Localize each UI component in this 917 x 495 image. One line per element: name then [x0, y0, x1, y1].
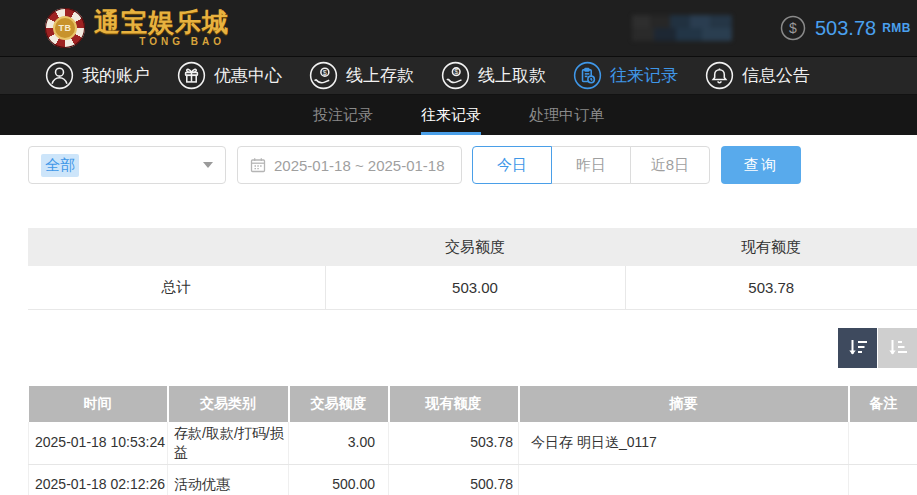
tab-betting-records[interactable]: 投注记录	[313, 95, 373, 135]
header-right: $ 503.78 RMB	[632, 15, 911, 41]
summary-trade-amount-value: 503.00	[325, 266, 625, 309]
svg-text:$: $	[454, 67, 458, 76]
summary-table: 交易额度 现有额度 总计 503.00 503.78	[28, 228, 917, 310]
poker-chip-icon: TB	[45, 8, 85, 48]
table-row: 2025-01-18 10:53:24 存款/取款/打码/损益 3.00 503…	[29, 422, 917, 465]
nav-item-my-account[interactable]: 我的账户	[45, 61, 150, 90]
nav-item-transaction-records[interactable]: 往来记录	[573, 61, 678, 90]
records-header-type: 交易类别	[168, 386, 289, 422]
withdraw-hand-coin-icon: $	[441, 61, 470, 90]
nav-item-withdraw[interactable]: $ 线上取款	[441, 61, 546, 90]
summary-current-amount-value: 503.78	[625, 266, 917, 309]
summary-total-label: 总计	[28, 266, 325, 309]
deposit-hand-coin-icon: $	[309, 61, 338, 90]
user-icon	[45, 61, 74, 90]
cell-balance: 503.78	[389, 422, 519, 465]
tab-pending-orders[interactable]: 处理中订单	[529, 95, 604, 135]
cell-balance: 500.78	[389, 464, 519, 495]
nav-item-announcements[interactable]: 信息公告	[705, 61, 810, 90]
tab-transaction-records[interactable]: 往来记录	[421, 95, 481, 135]
chip-label: TB	[53, 16, 77, 40]
sort-toolbar	[0, 328, 917, 368]
records-header-balance: 现有额度	[389, 386, 519, 422]
cell-note	[849, 464, 917, 495]
date-range-value: 2025-01-18 ~ 2025-01-18	[274, 157, 445, 174]
nav-item-deposit[interactable]: $ 线上存款	[309, 61, 414, 90]
quick-date-group: 今日 昨日 近8日	[472, 146, 710, 184]
bell-icon	[705, 61, 734, 90]
nav-item-label: 信息公告	[742, 64, 810, 87]
cell-time: 2025-01-18 02:12:26	[29, 464, 168, 495]
today-button[interactable]: 今日	[472, 146, 552, 184]
cell-amount: 500.00	[289, 464, 389, 495]
records-table: 时间 交易类别 交易额度 现有额度 摘要 备注 2025-01-18 10:53…	[28, 386, 917, 495]
records-header-amount: 交易额度	[289, 386, 389, 422]
records-header-time: 时间	[29, 386, 168, 422]
last-8-days-button[interactable]: 近8日	[630, 146, 710, 184]
cell-summary: 今日存 明日送_0117	[519, 422, 849, 465]
svg-text:$: $	[789, 20, 797, 36]
filter-bar: 全部 2025-01-18 ~ 2025-01-18 今日 昨日 近8日 查询	[28, 146, 917, 184]
summary-total-row: 总计 503.00 503.78	[28, 266, 917, 309]
cell-time: 2025-01-18 10:53:24	[29, 422, 168, 465]
calendar-icon	[250, 157, 266, 173]
nav-item-promotions[interactable]: 优惠中心	[177, 61, 282, 90]
nav-item-label: 线上存款	[346, 64, 414, 87]
nav-item-label: 往来记录	[610, 64, 678, 87]
cell-summary	[519, 464, 849, 495]
search-button[interactable]: 查询	[721, 146, 801, 184]
records-header-summary: 摘要	[519, 386, 849, 422]
records-header-note: 备注	[849, 386, 917, 422]
main-navigation: 我的账户 优惠中心 $ 线上存款 $ 线上取款 往来记录	[0, 57, 917, 95]
balance-currency: RMB	[882, 21, 911, 35]
records-clipboard-icon	[573, 61, 602, 90]
nav-item-label: 线上取款	[478, 64, 546, 87]
sort-amount-asc-icon[interactable]	[878, 328, 917, 368]
top-header: TB 通宝娱乐城 TONG BAO $ 503.78 RMB	[0, 0, 917, 57]
date-range-input[interactable]: 2025-01-18 ~ 2025-01-18	[237, 146, 462, 184]
type-select[interactable]: 全部	[28, 146, 226, 184]
nav-item-label: 优惠中心	[214, 64, 282, 87]
brand-subtitle: TONG BAO	[94, 37, 229, 47]
dollar-circle-icon: $	[780, 15, 806, 41]
records-header-row: 时间 交易类别 交易额度 现有额度 摘要 备注	[29, 386, 917, 422]
sort-amount-desc-icon[interactable]	[838, 328, 877, 368]
balance-amount: 503.78	[815, 17, 876, 40]
cell-amount: 3.00	[289, 422, 389, 465]
cell-note	[849, 422, 917, 465]
yesterday-button[interactable]: 昨日	[551, 146, 631, 184]
brand-logo[interactable]: TB 通宝娱乐城 TONG BAO	[45, 8, 229, 48]
summary-header-current-amount: 现有额度	[625, 228, 917, 266]
summary-header-trade-amount: 交易额度	[325, 228, 625, 266]
record-subtabs: 投注记录 往来记录 处理中订单	[0, 95, 917, 135]
svg-text:$: $	[323, 68, 327, 77]
summary-header-blank	[28, 228, 325, 266]
nav-item-label: 我的账户	[82, 64, 150, 87]
app-window: TB 通宝娱乐城 TONG BAO $ 503.78 RMB 我的账户	[0, 0, 917, 495]
summary-header-row: 交易额度 现有额度	[28, 228, 917, 266]
cell-type: 活动优惠	[168, 464, 289, 495]
cell-type: 存款/取款/打码/损益	[168, 422, 289, 465]
masked-username	[632, 15, 732, 41]
type-select-value: 全部	[41, 154, 79, 177]
brand-title: 通宝娱乐城	[94, 9, 229, 35]
table-row: 2025-01-18 02:12:26 活动优惠 500.00 500.78	[29, 464, 917, 495]
caret-down-icon	[203, 162, 213, 168]
gift-icon	[177, 61, 206, 90]
brand-text: 通宝娱乐城 TONG BAO	[94, 9, 229, 47]
